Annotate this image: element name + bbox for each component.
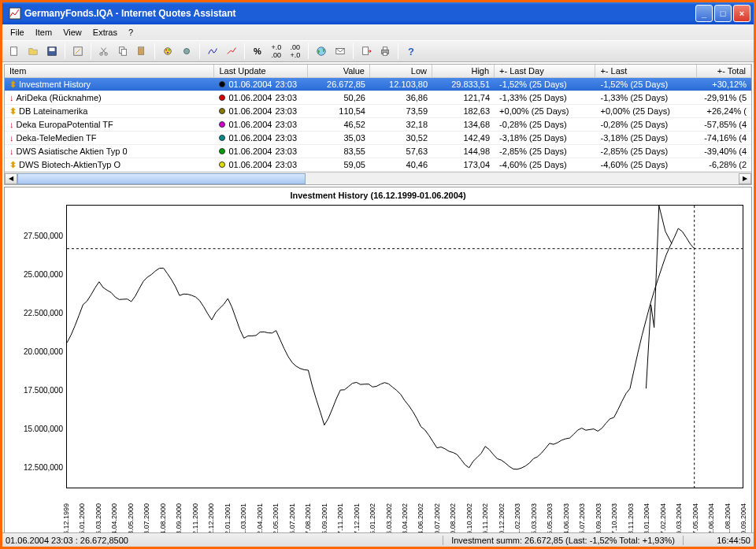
- table-row[interactable]: DWS Asiatische Aktien Typ 001.06.2004 23…: [5, 145, 751, 158]
- status-time: 16:44:50: [683, 536, 754, 545]
- last: -4,60% (25 Days): [595, 160, 696, 169]
- close-button[interactable]: ×: [733, 5, 750, 22]
- scroll-track[interactable]: [17, 173, 739, 184]
- item-name: DWS Biotech-AktienTyp O: [19, 160, 120, 169]
- low: 32,18: [370, 120, 432, 129]
- trend-icon[interactable]: [223, 43, 240, 60]
- x-tick-label: 02.11.2000: [191, 490, 199, 539]
- edit-icon[interactable]: [69, 43, 87, 60]
- total: -39,40% (4: [697, 147, 751, 156]
- save-icon[interactable]: [43, 43, 61, 60]
- scroll-left-icon[interactable]: ◀: [5, 173, 17, 184]
- help-icon[interactable]: ?: [402, 43, 420, 60]
- x-tick-label: 03.07.2000: [143, 490, 150, 539]
- x-tick-label: 17.08.2001: [304, 490, 312, 539]
- col-high[interactable]: High: [432, 65, 495, 77]
- svg-point-11: [165, 48, 172, 55]
- col-item[interactable]: Item: [5, 65, 214, 77]
- col-last-update[interactable]: Last Update: [214, 65, 308, 77]
- high: 182,63: [432, 106, 495, 116]
- x-tick-label: 05.05.2003: [546, 490, 554, 539]
- value: 46,52: [308, 120, 370, 129]
- x-tick-label: 10.09.2004: [739, 490, 747, 539]
- y-tick-label: 17.500,000: [6, 385, 63, 394]
- dot-icon[interactable]: [178, 43, 195, 60]
- last: -2,85% (25 Days): [595, 147, 696, 156]
- value: 110,54: [308, 106, 370, 116]
- x-tick-label: 14.04.2000: [110, 490, 118, 539]
- x-tick-label: 30.12.2002: [498, 490, 506, 539]
- time: 23:03: [275, 80, 297, 89]
- copy-icon[interactable]: [114, 43, 132, 60]
- export-icon[interactable]: [358, 43, 375, 60]
- scroll-thumb[interactable]: [17, 173, 306, 184]
- x-tick-label: 01.03.2001: [239, 490, 247, 539]
- svg-rect-8: [121, 49, 126, 55]
- cut-icon[interactable]: [95, 43, 113, 60]
- open-icon[interactable]: [24, 43, 42, 60]
- x-tick-label: 28.11.2003: [627, 490, 635, 539]
- table-row[interactable]: AriDeka (Rücknahme)01.06.2004 23:0350,26…: [5, 91, 751, 105]
- menu-extras[interactable]: Extras: [88, 26, 122, 39]
- color-dot: [219, 81, 225, 87]
- menu-view[interactable]: View: [58, 26, 87, 39]
- x-tick-label: 06.03.2002: [385, 490, 393, 539]
- item-name: AriDeka (Rücknahme): [17, 93, 102, 102]
- menu-file[interactable]: File: [6, 26, 29, 39]
- new-icon[interactable]: [6, 43, 23, 60]
- col-low[interactable]: Low: [370, 65, 432, 77]
- status-left: 01.06.2004 23:03 : 26.672,8500: [2, 536, 443, 545]
- table-row[interactable]: DWS Biotech-AktienTyp O01.06.2004 23:035…: [5, 158, 751, 172]
- date: 01.06.2004: [228, 160, 272, 169]
- paste-icon[interactable]: [133, 43, 150, 60]
- trend-icon: [9, 133, 14, 143]
- x-tick-label: 12.04.2001: [256, 490, 264, 539]
- menu-help[interactable]: ?: [124, 26, 138, 39]
- scroll-right-icon[interactable]: ▶: [739, 173, 751, 184]
- color-dot: [219, 108, 225, 114]
- svg-point-15: [184, 49, 190, 54]
- colors-icon[interactable]: [159, 43, 176, 60]
- x-tick-label: 14.06.2003: [562, 490, 570, 539]
- date: 01.06.2004: [228, 147, 272, 156]
- percent-icon[interactable]: %: [249, 43, 266, 60]
- x-tick-label: 25.01.2000: [78, 490, 86, 539]
- svg-point-13: [169, 49, 170, 50]
- minimize-button[interactable]: _: [695, 5, 713, 22]
- time: 23:03: [275, 160, 297, 169]
- grid-body: Investment History01.06.2004 23:0326.672…: [5, 78, 751, 172]
- col-value[interactable]: Value: [308, 65, 370, 77]
- svg-rect-20: [383, 47, 387, 50]
- trend-icon: [9, 93, 14, 102]
- decimal-remove-icon[interactable]: .00+.0: [287, 43, 304, 60]
- curve-icon[interactable]: [204, 43, 221, 60]
- table-row[interactable]: Deka-TeleMedien TF01.06.2004 23:0335,033…: [5, 132, 751, 145]
- low: 30,52: [370, 133, 432, 143]
- menu-item[interactable]: Item: [31, 26, 57, 39]
- col-last[interactable]: +- Last: [595, 65, 696, 77]
- x-tick-label: 25.01.2002: [369, 490, 376, 539]
- maximize-button[interactable]: □: [714, 5, 732, 22]
- print-icon[interactable]: [376, 43, 394, 60]
- table-row[interactable]: DB Lateinamerika01.06.2004 23:03110,5473…: [5, 105, 751, 118]
- globe-icon[interactable]: [313, 43, 330, 60]
- last-day: -2,85% (25 Days): [495, 147, 595, 156]
- high: 142,49: [432, 133, 495, 143]
- item-name: Deka-TeleMedien TF: [17, 133, 97, 143]
- last: -0,28% (25 Days): [595, 120, 696, 129]
- mail-icon[interactable]: [332, 43, 349, 60]
- x-tick-label: 23.09.2000: [175, 490, 183, 539]
- decimal-add-icon[interactable]: +.0.00: [268, 43, 285, 60]
- col-last-day[interactable]: +- Last Day: [495, 65, 595, 77]
- y-tick-label: 25.000,000: [6, 270, 63, 279]
- grid-hscroll[interactable]: ◀ ▶: [5, 172, 751, 184]
- x-tick-label: 03.09.2003: [595, 490, 602, 539]
- table-row[interactable]: Investment History01.06.2004 23:0326.672…: [5, 78, 751, 91]
- low: 57,63: [370, 147, 432, 156]
- high: 144,98: [432, 147, 495, 156]
- statusbar: 01.06.2004 23:03 : 26.672,8500 Investmen…: [2, 532, 754, 547]
- col-total[interactable]: +- Total: [697, 65, 751, 77]
- high: 29.833,51: [432, 80, 495, 89]
- table-row[interactable]: Deka EuropaPotential TF01.06.2004 23:034…: [5, 118, 751, 132]
- grid-header: Item Last Update Value Low High +- Last …: [5, 65, 751, 78]
